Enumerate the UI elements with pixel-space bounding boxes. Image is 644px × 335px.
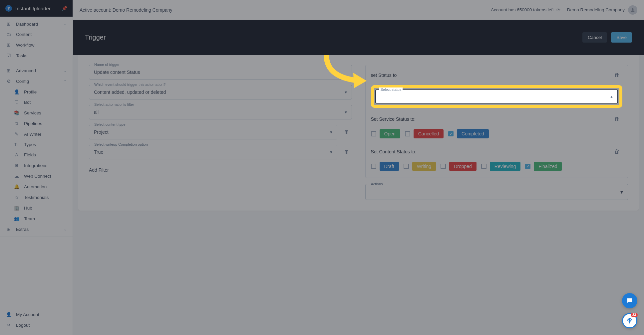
select-status-highlight: Select status ▴ <box>371 85 623 108</box>
checkbox[interactable] <box>371 131 376 136</box>
nav-icon: ⊕ <box>14 163 19 168</box>
delete-set-status-button[interactable]: 🗑 <box>612 70 622 81</box>
sidebar-item-web-connect[interactable]: ☁Web Connect <box>0 171 73 181</box>
checkbox[interactable] <box>481 164 486 169</box>
status-option-completed[interactable]: Completed <box>448 129 489 138</box>
sidebar-item-extras[interactable]: ⊞Extras⌄ <box>0 224 73 235</box>
nav-item-label: AI Writer <box>24 132 41 137</box>
filter-select[interactable]: all ▾ <box>89 105 352 119</box>
sidebar-item-testimonials[interactable]: ☆Testimonials <box>0 192 73 203</box>
content-type-label: Select content type <box>93 122 127 126</box>
actions-dropdown-label: Actions <box>370 182 384 186</box>
chevron-down-icon: ⌄ <box>64 69 67 73</box>
nav-item-label: Config <box>16 79 29 84</box>
writeup-select[interactable]: True ▾ <box>89 145 337 159</box>
nav-icon: A <box>14 152 19 157</box>
nav-item-label: Testimonials <box>24 195 49 200</box>
nav-item-label: Services <box>24 110 41 115</box>
active-account-label: Active account: Demo Remodeling Company <box>80 7 172 13</box>
chevron-down-icon: ▾ <box>345 109 347 115</box>
sidebar-item-dashboard[interactable]: ⊞Dashboard⌄ <box>0 19 73 29</box>
checkbox[interactable] <box>448 131 454 136</box>
main: Active account: Demo Remodeling Company … <box>73 0 644 335</box>
actions-dropdown[interactable]: Actions ▾ <box>365 184 628 200</box>
nav-item-label: Bot <box>24 100 31 105</box>
sidebar-item-services[interactable]: 📚Services <box>0 107 73 118</box>
sidebar-item-content[interactable]: 🗂Content <box>0 29 73 40</box>
brand-name: InstantUploader <box>15 6 51 11</box>
nav-icon: Tт <box>14 142 19 147</box>
chevron-up-icon: ⌃ <box>64 79 67 84</box>
sidebar-footer: 👤My Account↪Logout <box>0 306 73 335</box>
content-type-select[interactable]: Project ▾ <box>89 125 337 139</box>
event-select[interactable]: Content added, updated or deleted ▾ <box>89 85 352 99</box>
status-option-open[interactable]: Open <box>371 129 400 138</box>
sidebar-item-fields[interactable]: AFields <box>0 150 73 160</box>
nav-icon: ☁ <box>14 173 19 179</box>
sidebar-item-tasks[interactable]: ☑Tasks <box>0 50 73 61</box>
delete-content-type-button[interactable]: 🗑 <box>341 127 352 137</box>
refresh-icon[interactable]: ⟳ <box>556 7 560 13</box>
status-option-dropped[interactable]: Dropped <box>441 162 477 171</box>
select-status-dropdown[interactable]: Select status ▴ <box>375 89 618 103</box>
chevron-up-icon: ▴ <box>610 94 613 99</box>
sidebar-item-logout[interactable]: ↪Logout <box>0 320 73 330</box>
chat-widget-button[interactable] <box>622 293 637 308</box>
service-status-title: Set Service Status to: <box>371 116 416 122</box>
nav-icon: ↪ <box>6 322 11 328</box>
checkbox[interactable] <box>404 164 409 169</box>
checkbox[interactable] <box>405 131 410 136</box>
nav-icon: ⚙ <box>6 79 11 84</box>
sidebar-item-my-account[interactable]: 👤My Account <box>0 309 73 320</box>
status-option-writing[interactable]: Writing <box>404 162 436 171</box>
checkbox[interactable] <box>525 164 530 169</box>
nav-item-label: Tasks <box>16 53 28 58</box>
sidebar-item-ai-writer[interactable]: ✎AI Writer <box>0 129 73 139</box>
sidebar-item-hub[interactable]: 🏢Hub <box>0 203 73 213</box>
nav-icon: ☑ <box>6 53 11 58</box>
sidebar-item-workflow[interactable]: ⊞Workflow <box>0 40 73 50</box>
status-option-draft[interactable]: Draft <box>371 162 399 171</box>
checkbox[interactable] <box>441 164 446 169</box>
sidebar-item-profile[interactable]: 👤Profile <box>0 86 73 97</box>
sidebar-item-pipelines[interactable]: ⇅Pipelines <box>0 118 73 129</box>
status-chip: Writing <box>412 162 436 171</box>
status-option-cancelled[interactable]: Cancelled <box>405 129 444 138</box>
nav-item-label: Content <box>16 32 32 37</box>
nav-item-label: Integrations <box>24 163 48 168</box>
delete-content-status-button[interactable]: 🗑 <box>612 146 622 157</box>
cancel-button[interactable]: Cancel <box>582 32 607 43</box>
delete-service-status-button[interactable]: 🗑 <box>612 114 622 124</box>
sidebar-item-config[interactable]: ⚙Config⌃ <box>0 76 73 86</box>
name-label: Name of trigger <box>93 63 121 67</box>
nav-icon: 👥 <box>14 216 19 221</box>
save-button[interactable]: Save <box>611 32 632 43</box>
set-status-title: set Status to <box>371 73 397 78</box>
sidebar-nav: ⊞Dashboard⌄🗂Content⊞Workflow☑Tasks⊞Advan… <box>0 17 73 306</box>
add-filter-button[interactable]: Add Filter <box>89 167 109 173</box>
trigger-name-input[interactable] <box>89 65 352 80</box>
trigger-heading: What should trigger this rule? <box>89 55 352 56</box>
page-header: Trigger Cancel Save <box>73 20 644 55</box>
nav-icon: ⊞ <box>6 42 11 48</box>
sidebar-item-advanced[interactable]: ⊞Advanced⌄ <box>0 65 73 76</box>
status-option-reviewing[interactable]: Reviewing <box>481 162 521 171</box>
delete-writeup-button[interactable]: 🗑 <box>341 147 352 157</box>
chevron-down-icon: ▾ <box>330 149 332 155</box>
sidebar-item-integrations[interactable]: ⊕Integrations <box>0 160 73 171</box>
checkbox[interactable] <box>371 164 376 169</box>
avatar-icon <box>628 5 637 15</box>
set-status-block: set Status to 🗑 Select status ▴ <box>365 65 628 178</box>
sidebar-item-bot[interactable]: 🗨Bot <box>0 97 73 107</box>
nav-item-label: Logout <box>16 323 30 328</box>
nav-icon: ⇅ <box>14 121 19 126</box>
account-switch[interactable]: Demo Remodeling Company <box>567 5 637 15</box>
sidebar-item-automation[interactable]: 🔔Automation <box>0 181 73 192</box>
status-option-finalized[interactable]: Finalized <box>525 162 562 171</box>
brand[interactable]: InstantUploader <box>5 5 51 12</box>
sidebar-item-types[interactable]: TтTypes <box>0 139 73 150</box>
nav-icon: ⊞ <box>6 227 11 232</box>
pin-icon[interactable]: 📌 <box>62 6 67 11</box>
sidebar-item-team[interactable]: 👥Team <box>0 213 73 224</box>
app-widget-button[interactable]: 33 <box>622 313 637 328</box>
